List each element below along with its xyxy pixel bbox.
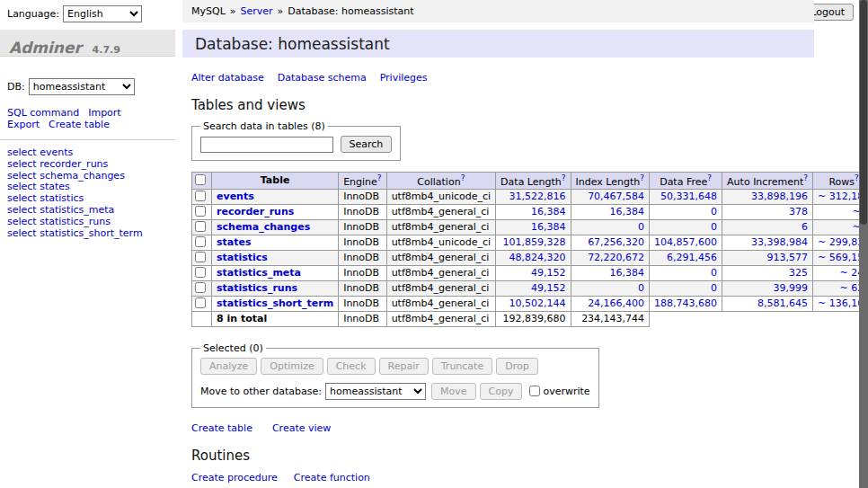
auto-increment-cell: 913,577 xyxy=(722,250,813,265)
help-link[interactable]: ? xyxy=(461,173,465,182)
move-db-select[interactable]: homeassistant xyxy=(325,383,426,400)
database-schema-link[interactable]: Database schema xyxy=(278,72,367,84)
scrollbar-thumb[interactable] xyxy=(860,0,867,225)
sidebar-select-statistics-short-term[interactable]: select statistics_short_term xyxy=(7,228,168,240)
create-procedure-link[interactable]: Create procedure xyxy=(191,472,278,484)
row-checkbox-events[interactable] xyxy=(195,191,206,201)
selected-fieldset: Selected (0) AnalyzeOptimizeCheckRepairT… xyxy=(191,342,599,408)
row-checkbox-schema_changes[interactable] xyxy=(195,221,206,232)
table-name-cell: events xyxy=(212,189,339,204)
table-name-cell: recorder_runs xyxy=(212,204,339,219)
help-link[interactable]: ? xyxy=(377,173,382,182)
sidebar: Adminer 4.7.9 DB:homeassistant SQL comma… xyxy=(0,30,175,239)
row-checkbox-recorder_runs[interactable] xyxy=(195,206,206,217)
breadcrumb-separator: » xyxy=(230,5,236,17)
column-header-engine[interactable]: Engine? xyxy=(339,173,386,190)
select-all-checkbox[interactable] xyxy=(195,174,206,185)
engine-cell: InnoDB xyxy=(339,235,386,250)
sidebar-select-events[interactable]: select events xyxy=(7,147,168,159)
breadcrumb-server-link[interactable]: Server xyxy=(241,5,273,17)
index-length-cell: 24,166,400 xyxy=(571,296,650,311)
table-link-statistics_short_term[interactable]: statistics_short_term xyxy=(217,297,333,309)
create-view-link[interactable]: Create view xyxy=(272,422,331,434)
language-select[interactable]: English xyxy=(63,5,142,22)
breadcrumb-separator: » xyxy=(278,5,284,17)
overwrite-option: overwrite xyxy=(529,386,589,397)
total-engine: InnoDB xyxy=(339,311,386,326)
app-logo-link[interactable]: Adminer xyxy=(9,39,82,57)
overwrite-checkbox[interactable] xyxy=(529,386,540,396)
table-row-events: eventsInnoDButf8mb4_unicode_ci31,522,816… xyxy=(192,189,868,204)
sidebar-link-sql-command[interactable]: SQL command xyxy=(7,107,79,119)
collation-cell: utf8mb4_general_ci xyxy=(386,204,495,219)
table-link-statistics[interactable]: statistics xyxy=(217,252,268,263)
tables-heading: Tables and views xyxy=(191,97,814,113)
index-length-cell: 70,467,584 xyxy=(571,189,650,204)
data-free-cell: 188,743,680 xyxy=(650,296,722,311)
create-function-link[interactable]: Create function xyxy=(294,472,370,484)
sidebar-select-recorder-runs[interactable]: select recorder_runs xyxy=(7,159,168,171)
help-link[interactable]: ? xyxy=(562,173,566,182)
sidebar-link-import[interactable]: Import xyxy=(88,107,121,119)
main-panel: Database: homeassistant Alter databaseDa… xyxy=(182,30,814,488)
collation-cell: utf8mb4_unicode_ci xyxy=(386,189,495,204)
engine-cell: InnoDB xyxy=(339,265,386,280)
repair-button[interactable]: Repair xyxy=(379,358,429,375)
search-button[interactable]: Search xyxy=(341,136,393,153)
sidebar-select-statistics-meta[interactable]: select statistics_meta xyxy=(7,205,168,217)
search-legend: Search data in tables (8) xyxy=(200,120,328,132)
sidebar-link-export[interactable]: Export xyxy=(7,119,40,130)
column-header-collation[interactable]: Collation? xyxy=(386,173,495,190)
truncate-button[interactable]: Truncate xyxy=(432,358,492,375)
optimize-button[interactable]: Optimize xyxy=(261,358,323,375)
alter-database-link[interactable]: Alter database xyxy=(191,72,264,84)
total-row: 8 in totalInnoDButf8mb4_general_ci192,83… xyxy=(192,311,868,326)
create-table-link[interactable]: Create table xyxy=(191,422,252,434)
drop-button[interactable]: Drop xyxy=(496,358,537,375)
table-link-events[interactable]: events xyxy=(217,191,254,202)
engine-cell: InnoDB xyxy=(339,296,386,311)
help-link[interactable]: ? xyxy=(803,173,808,182)
table-link-statistics_runs[interactable]: statistics_runs xyxy=(217,282,297,294)
table-row-statistics_meta: statistics_metaInnoDButf8mb4_general_ci4… xyxy=(192,265,868,280)
sidebar-link-create-table[interactable]: Create table xyxy=(49,119,110,130)
row-checkbox-statistics_short_term[interactable] xyxy=(195,297,206,308)
db-select[interactable]: homeassistant xyxy=(29,78,135,95)
column-header-data-free[interactable]: Data Free? xyxy=(650,173,722,190)
table-link-statistics_meta[interactable]: statistics_meta xyxy=(217,267,301,279)
column-header-table[interactable]: Table xyxy=(212,173,339,190)
index-length-cell: 16,384 xyxy=(571,204,650,219)
row-checkbox-statistics[interactable] xyxy=(195,252,206,262)
routine-links: Create procedureCreate function xyxy=(191,472,814,484)
collation-cell: utf8mb4_general_ci xyxy=(386,265,495,280)
privileges-link[interactable]: Privileges xyxy=(380,72,428,84)
move-button[interactable]: Move xyxy=(431,383,476,400)
table-link-recorder_runs[interactable]: recorder_runs xyxy=(217,206,294,217)
total-label: 8 in total xyxy=(212,311,339,326)
row-checkbox-states[interactable] xyxy=(195,236,206,247)
column-header-auto-increment[interactable]: Auto Increment? xyxy=(722,173,813,190)
column-header-index-length[interactable]: Index Length? xyxy=(571,173,650,190)
help-link[interactable]: ? xyxy=(707,173,712,182)
auto-increment-cell: 325 xyxy=(722,265,813,280)
auto-increment-cell: 8,581,645 xyxy=(722,296,813,311)
row-checkbox-statistics_runs[interactable] xyxy=(195,282,206,293)
analyze-button[interactable]: Analyze xyxy=(200,358,257,375)
help-link[interactable]: ? xyxy=(640,173,644,182)
collation-cell: utf8mb4_general_ci xyxy=(386,296,495,311)
check-button[interactable]: Check xyxy=(327,358,376,375)
language-row: Language:English xyxy=(7,5,142,22)
search-input[interactable] xyxy=(200,137,333,153)
table-link-states[interactable]: states xyxy=(217,236,252,248)
row-checkbox-statistics_meta[interactable] xyxy=(195,267,206,278)
copy-button[interactable]: Copy xyxy=(480,383,523,400)
auto-increment-cell: 33,898,196 xyxy=(722,189,813,204)
column-header-data-length[interactable]: Data Length? xyxy=(496,173,571,190)
table-link-schema_changes[interactable]: schema_changes xyxy=(217,221,310,233)
database-actions: Alter databaseDatabase schemaPrivileges xyxy=(191,72,814,84)
vertical-scrollbar[interactable] xyxy=(859,0,868,488)
sidebar-select-statistics-runs[interactable]: select statistics_runs xyxy=(7,217,168,228)
engine-cell: InnoDB xyxy=(339,280,386,296)
row-check-cell xyxy=(192,219,212,235)
engine-cell: InnoDB xyxy=(339,204,386,219)
